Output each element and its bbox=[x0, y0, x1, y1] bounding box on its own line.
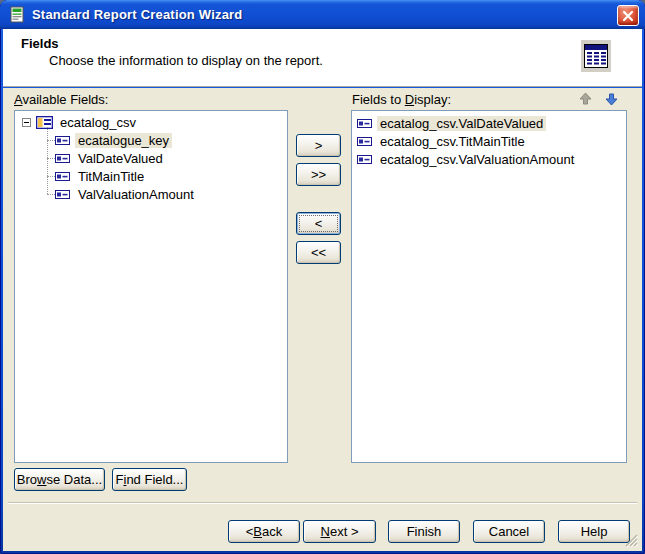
wizard-body: Available Fields: Fields to Display: eca… bbox=[3, 88, 642, 551]
next-button[interactable]: Next > bbox=[303, 520, 376, 543]
field-icon bbox=[55, 154, 70, 163]
tree-field-item[interactable]: ecatalogue_key bbox=[15, 131, 287, 149]
available-fields-tree[interactable]: ecatalog_csv ecatalogue_key ValDateValue… bbox=[14, 110, 288, 463]
title-bar[interactable]: Standard Report Creation Wizard bbox=[0, 0, 645, 29]
available-fields-label: Available Fields: bbox=[14, 92, 108, 107]
fields-to-display-label: Fields to Display: bbox=[352, 92, 451, 107]
cancel-button[interactable]: Cancel bbox=[473, 520, 545, 543]
tree-field-item[interactable]: ValValuationAmount bbox=[15, 185, 287, 203]
tree-field-label: ecatalogue_key bbox=[75, 133, 172, 148]
find-field-button[interactable]: Find Field... bbox=[112, 468, 187, 491]
close-icon bbox=[622, 10, 634, 22]
close-button[interactable] bbox=[617, 5, 639, 26]
tree-connector bbox=[47, 194, 55, 195]
tree-field-label: ValValuationAmount bbox=[75, 187, 197, 202]
tree-connector bbox=[47, 176, 55, 177]
display-field-item[interactable]: ecatalog_csv.ValValuationAmount bbox=[352, 150, 626, 168]
remove-all-fields-button[interactable]: << bbox=[296, 241, 341, 264]
field-icon bbox=[55, 136, 70, 145]
add-field-button[interactable]: > bbox=[296, 134, 341, 157]
data-table-icon bbox=[581, 40, 611, 72]
resize-grip-icon[interactable] bbox=[625, 534, 638, 547]
tree-connector bbox=[47, 158, 55, 159]
divider bbox=[8, 502, 637, 504]
field-icon bbox=[357, 137, 372, 146]
field-icon bbox=[55, 172, 70, 181]
display-field-label: ecatalog_csv.ValValuationAmount bbox=[377, 152, 577, 167]
window-title: Standard Report Creation Wizard bbox=[32, 7, 243, 22]
tree-field-label: ValDateValued bbox=[75, 151, 166, 166]
move-up-icon[interactable] bbox=[578, 92, 593, 106]
browse-data-button[interactable]: Browse Data... bbox=[14, 468, 105, 491]
tree-node-table[interactable]: ecatalog_csv bbox=[15, 113, 287, 131]
wizard-header: Fields Choose the information to display… bbox=[3, 29, 642, 87]
tree-field-item[interactable]: TitMainTitle bbox=[15, 167, 287, 185]
field-icon bbox=[55, 190, 70, 199]
page-title: Fields bbox=[21, 36, 59, 51]
move-down-icon[interactable] bbox=[604, 92, 619, 106]
fields-to-display-list[interactable]: ecatalog_csv.ValDateValued ecatalog_csv.… bbox=[351, 110, 627, 463]
page-subtitle: Choose the information to display on the… bbox=[49, 53, 323, 68]
tree-children: ecatalogue_key ValDateValued TitMainTitl… bbox=[15, 131, 287, 203]
remove-field-button[interactable]: < bbox=[296, 212, 341, 235]
tree-connector bbox=[47, 140, 55, 141]
display-field-label: ecatalog_csv.TitMainTitle bbox=[377, 134, 528, 149]
display-field-item[interactable]: ecatalog_csv.TitMainTitle bbox=[352, 132, 626, 150]
display-field-label: ecatalog_csv.ValDateValued bbox=[377, 116, 546, 131]
field-icon bbox=[357, 119, 372, 128]
wizard-dialog: Standard Report Creation Wizard Fields C… bbox=[0, 0, 645, 554]
tree-field-item[interactable]: ValDateValued bbox=[15, 149, 287, 167]
back-button[interactable]: < Back bbox=[228, 520, 300, 543]
field-icon bbox=[357, 155, 372, 164]
finish-button[interactable]: Finish bbox=[388, 520, 460, 543]
tree-root-label: ecatalog_csv bbox=[57, 115, 139, 130]
tree-field-label: TitMainTitle bbox=[75, 169, 147, 184]
help-button[interactable]: Help bbox=[558, 520, 630, 543]
display-field-item[interactable]: ecatalog_csv.ValDateValued bbox=[352, 114, 626, 132]
table-icon bbox=[36, 116, 53, 129]
collapse-icon[interactable] bbox=[22, 118, 31, 127]
report-document-icon bbox=[8, 6, 26, 24]
add-all-fields-button[interactable]: >> bbox=[296, 163, 341, 186]
